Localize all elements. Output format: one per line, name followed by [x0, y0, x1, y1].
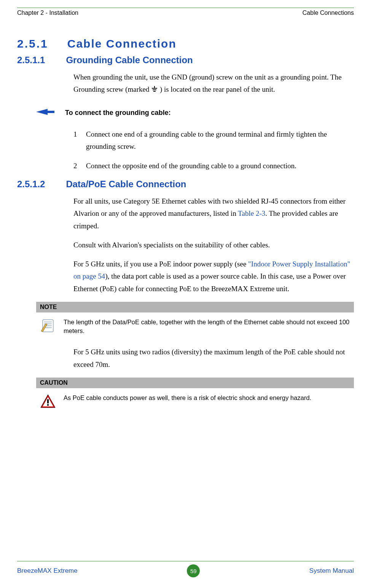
running-header: Chapter 2 - Installation Cable Connectio…	[17, 10, 354, 16]
subsection-title: Grounding Cable Connection	[66, 55, 193, 65]
caution-text: As PoE cable conducts power as well, the…	[64, 394, 350, 402]
section-heading: 2.5.1 Cable Connection	[17, 37, 354, 50]
body-text: For 5 GHz units using two radios (divers…	[73, 346, 354, 371]
note-icon	[40, 318, 56, 334]
header-left: Chapter 2 - Installation	[17, 10, 78, 16]
note-callout: NOTE The length of the Data/PoE cable, t…	[36, 302, 354, 338]
header-right: Cable Connections	[303, 10, 354, 16]
step-number: 1	[73, 128, 79, 153]
note-label: NOTE	[36, 302, 354, 312]
ground-icon	[151, 84, 158, 96]
paragraph-text: For 5 GHz units using two radios (divers…	[73, 346, 354, 371]
subsection-number: 2.5.1.1	[17, 55, 45, 65]
numbered-list: 1 Connect one end of a grounding cable t…	[73, 128, 354, 172]
page-number: 59	[187, 564, 200, 577]
subsection-title: Data/PoE Cable Connection	[66, 179, 186, 190]
step-text: Connect the opposite end of the groundin…	[86, 160, 296, 172]
subsection-heading: 2.5.1.1 Grounding Cable Connection	[17, 55, 354, 65]
paragraph-text: For 5 GHz units, if you use a PoE indoor…	[73, 260, 248, 268]
arrow-icon	[36, 108, 54, 118]
paragraph-text: ), the data port cable is used as a powe…	[73, 272, 346, 292]
paragraph-text: ) is located on the rear panel of the un…	[160, 85, 275, 93]
body-text: When grounding the unit, use the GND (gr…	[73, 71, 354, 96]
footer-left: BreezeMAX Extreme	[17, 567, 78, 575]
note-text: The length of the Data/PoE cable, togeth…	[64, 318, 350, 335]
caution-label: CAUTION	[36, 378, 354, 388]
section-number: 2.5.1	[17, 37, 48, 50]
svg-rect-13	[47, 404, 49, 406]
procedure-title: To connect the grounding cable:	[65, 109, 171, 117]
caution-callout: CAUTION As PoE cable conducts power as w…	[36, 378, 354, 412]
body-text: For all units, use Category 5E Ethernet …	[73, 195, 354, 295]
svg-rect-12	[47, 399, 49, 403]
procedure-heading: To connect the grounding cable:	[36, 108, 354, 118]
footer-right: System Manual	[309, 567, 354, 575]
list-item: 2 Connect the opposite end of the ground…	[73, 160, 354, 172]
subsection-heading: 2.5.1.2 Data/PoE Cable Connection	[17, 179, 354, 190]
section-title: Cable Connection	[67, 37, 177, 50]
paragraph-text: Consult with Alvarion's specialists on t…	[73, 239, 354, 251]
step-text: Connect one end of a grounding cable to …	[86, 128, 354, 153]
cross-ref-link[interactable]: Table 2-3	[238, 209, 265, 217]
list-item: 1 Connect one end of a grounding cable t…	[73, 128, 354, 153]
subsection-number: 2.5.1.2	[17, 179, 45, 190]
running-footer: BreezeMAX Extreme 59 System Manual	[0, 561, 371, 577]
warning-icon	[40, 394, 56, 410]
svg-marker-4	[36, 109, 54, 115]
step-number: 2	[73, 160, 79, 172]
